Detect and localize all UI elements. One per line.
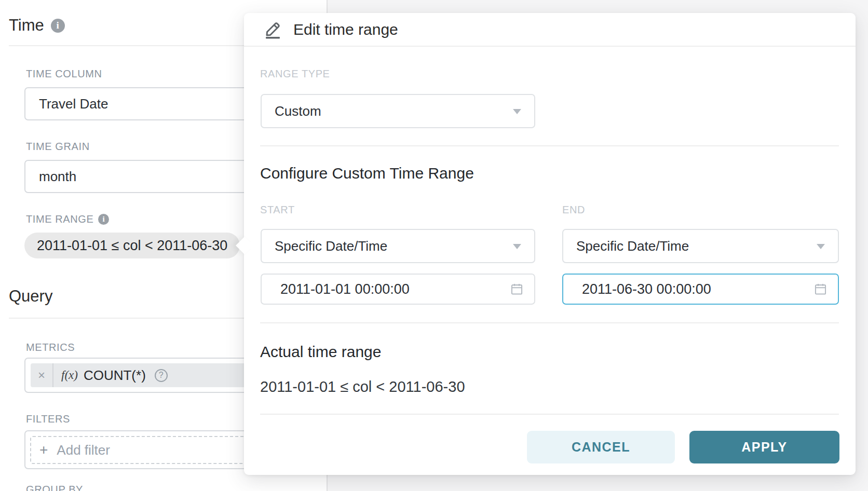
start-date-field	[261, 274, 535, 305]
apply-button[interactable]: APPLY	[689, 431, 839, 463]
range-type-value: Custom	[275, 103, 321, 119]
pencil-icon	[261, 20, 283, 39]
plus-icon: +	[39, 443, 48, 457]
calendar-icon[interactable]	[813, 282, 828, 296]
function-icon: f(x)	[61, 369, 78, 382]
start-label: START	[260, 204, 295, 216]
start-mode-value: Specific Date/Time	[275, 238, 387, 254]
modal-divider	[260, 145, 839, 146]
time-range-label: TIME RANGE i	[26, 213, 109, 225]
filters-label: FILTERS	[26, 413, 70, 425]
time-column-value: Travel Date	[39, 96, 108, 112]
explore-page: Time i TIME COLUMN Travel Date TIME GRAI…	[0, 0, 868, 491]
info-icon[interactable]: i	[98, 214, 109, 225]
configure-heading: Configure Custom Time Range	[260, 165, 474, 182]
range-type-label: RANGE TYPE	[260, 68, 330, 80]
end-mode-value: Specific Date/Time	[576, 238, 689, 254]
modal-title: Edit time range	[293, 21, 398, 38]
chevron-down-icon	[513, 109, 521, 114]
time-range-value: 2011-01-01 ≤ col < 2011-06-30	[37, 238, 227, 254]
time-section-title: Time i	[9, 16, 65, 35]
chevron-down-icon	[513, 244, 521, 249]
remove-metric-icon[interactable]: ×	[31, 363, 53, 387]
cancel-button[interactable]: CANCEL	[527, 431, 675, 463]
start-date-input[interactable]	[262, 275, 534, 304]
range-type-select[interactable]: Custom	[261, 94, 535, 128]
time-grain-value: month	[39, 169, 76, 185]
time-column-label: TIME COLUMN	[26, 68, 102, 80]
time-grain-label: TIME GRAIN	[26, 141, 90, 153]
chevron-down-icon	[817, 244, 825, 249]
actual-time-range-heading: Actual time range	[260, 343, 381, 361]
end-date-field	[562, 274, 839, 305]
end-date-input[interactable]	[563, 275, 838, 304]
end-label: END	[562, 204, 585, 216]
footer-divider	[260, 414, 839, 415]
time-range-badge[interactable]: 2011-01-01 ≤ col < 2011-06-30	[24, 233, 240, 258]
metric-value: COUNT(*)	[84, 367, 146, 384]
time-section-label: Time	[9, 16, 44, 35]
help-icon[interactable]: ?	[155, 369, 168, 382]
modal-divider	[260, 322, 839, 323]
metrics-label: METRICS	[26, 342, 75, 353]
end-mode-select[interactable]: Specific Date/Time	[562, 229, 839, 263]
modal-header: Edit time range	[244, 13, 856, 47]
info-icon[interactable]: i	[51, 19, 65, 33]
edit-time-range-modal: Edit time range RANGE TYPE Custom Config…	[244, 13, 856, 475]
start-mode-select[interactable]: Specific Date/Time	[261, 229, 535, 263]
calendar-icon[interactable]	[510, 282, 524, 296]
actual-time-range-value: 2011-01-01 ≤ col < 2011-06-30	[260, 378, 465, 395]
group-by-label: GROUP BY	[26, 484, 83, 491]
add-filter-label: Add filter	[57, 442, 110, 458]
query-section-title: Query	[9, 287, 52, 306]
